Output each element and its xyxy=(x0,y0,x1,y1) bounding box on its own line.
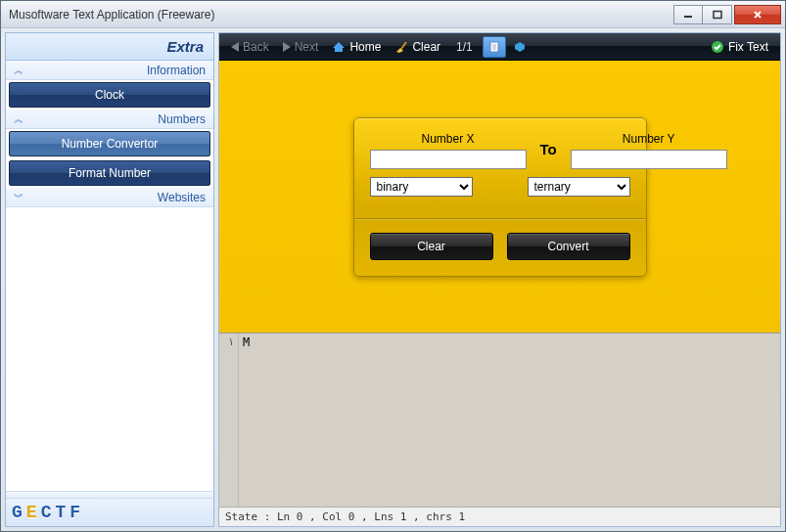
fix-text-button[interactable]: Fix Text xyxy=(705,36,774,58)
home-icon xyxy=(332,40,346,54)
line-gutter: ١ xyxy=(219,333,239,507)
chevron-up-icon: ︽ xyxy=(14,64,22,77)
number-x-input[interactable] xyxy=(370,150,527,169)
sidebar-logo: GECTF xyxy=(6,499,213,526)
arrow-right-icon xyxy=(283,42,291,52)
text-editor: ١ M xyxy=(219,332,780,507)
arrow-left-icon xyxy=(231,42,239,52)
chevron-down-icon: ︾ xyxy=(14,191,22,204)
svg-rect-1 xyxy=(714,11,721,18)
chevron-up-icon: ︽ xyxy=(14,112,22,126)
sidebar-group-numbers[interactable]: ︽ Numbers xyxy=(6,110,213,129)
panel-clear-button[interactable]: Clear xyxy=(370,233,493,260)
status-bar: State : Ln 0 , Col 0 , Lns 1 , chrs 1 xyxy=(219,507,780,526)
to-base-select[interactable]: ternary xyxy=(528,177,630,197)
sidebar-group-websites[interactable]: ︾ Websites xyxy=(6,188,213,207)
home-button[interactable]: Home xyxy=(326,36,387,58)
back-button[interactable]: Back xyxy=(225,36,275,58)
maximize-button[interactable] xyxy=(703,5,732,24)
converter-area: Number X To Number Y binary ternary xyxy=(219,61,780,332)
svg-marker-7 xyxy=(515,42,525,52)
window-title: Musoftware Text Application (Freeware) xyxy=(9,8,673,22)
sidebar-resize-grip[interactable]: . . . . . xyxy=(6,491,213,499)
sidebar-group-label: Numbers xyxy=(158,112,206,126)
broom-icon xyxy=(394,40,408,54)
document-icon xyxy=(487,40,501,54)
sidebar-item-clock[interactable]: Clock xyxy=(9,82,210,108)
sidebar-empty xyxy=(6,207,213,491)
number-y-label: Number Y xyxy=(571,132,727,146)
to-label: To xyxy=(540,141,557,169)
close-button[interactable] xyxy=(734,5,781,24)
number-x-label: Number X xyxy=(370,132,527,146)
editor-body[interactable]: M xyxy=(239,333,780,507)
main-pane: Back Next Home Clear 1/1 xyxy=(218,32,781,527)
svg-line-2 xyxy=(401,42,406,49)
clear-button[interactable]: Clear xyxy=(389,36,446,58)
page-counter: 1/1 xyxy=(448,40,481,54)
hexagon-icon xyxy=(513,40,527,54)
sidebar-header: Extra xyxy=(6,33,213,61)
sidebar-item-number-convertor[interactable]: Number Convertor xyxy=(9,131,210,156)
panel-divider xyxy=(354,218,646,219)
client-area: Extra ︽ Information Clock ︽ Numbers Numb… xyxy=(1,28,785,531)
window-controls xyxy=(673,5,781,24)
number-y-input[interactable] xyxy=(571,150,727,169)
from-base-select[interactable]: binary xyxy=(370,177,473,197)
converter-panel: Number X To Number Y binary ternary xyxy=(353,117,647,277)
minimize-button[interactable] xyxy=(673,5,703,24)
sidebar-item-format-number[interactable]: Format Number xyxy=(9,160,210,186)
toolbar: Back Next Home Clear 1/1 xyxy=(219,33,780,61)
next-button[interactable]: Next xyxy=(277,36,325,58)
titlebar: Musoftware Text Application (Freeware) xyxy=(1,1,785,28)
check-circle-icon xyxy=(711,40,724,54)
document-mode-button[interactable] xyxy=(483,36,506,58)
hex-mode-button[interactable] xyxy=(508,36,532,58)
sidebar-group-information[interactable]: ︽ Information xyxy=(6,61,213,80)
app-window: Musoftware Text Application (Freeware) E… xyxy=(0,0,786,532)
sidebar-group-label: Websites xyxy=(158,191,206,204)
convert-button[interactable]: Convert xyxy=(507,233,630,260)
status-text: State : Ln 0 , Col 0 , Lns 1 , chrs 1 xyxy=(225,510,465,523)
sidebar-group-label: Information xyxy=(147,64,206,77)
sidebar: Extra ︽ Information Clock ︽ Numbers Numb… xyxy=(5,32,214,527)
